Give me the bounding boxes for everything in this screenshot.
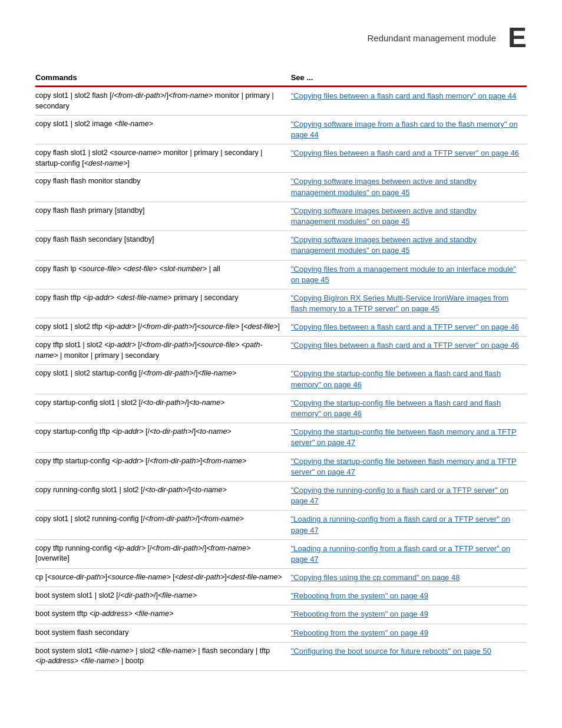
command-cell: copy startup-config tftp <ip-addr> [/<to…: [35, 423, 291, 452]
table-row: copy running-config slot1 | slot2 [/<to-…: [35, 481, 527, 510]
command-cell: copy flash tftp <ip-addr> <dest-file-nam…: [35, 289, 291, 318]
table-row: copy slot1 | slot2 image <file-name>"Cop…: [35, 116, 527, 144]
table-row: boot system flash secondary"Rebooting fr…: [35, 624, 527, 642]
table-row: copy flash lp <source-file> <dest-file> …: [35, 260, 527, 289]
see-cell[interactable]: "Copying software images between active …: [291, 202, 527, 230]
table-row: copy startup-config slot1 | slot2 [/<to-…: [35, 394, 527, 423]
command-cell: copy flash slot1 | slot2 <source-name> m…: [35, 144, 291, 173]
table-row: copy slot1 | slot2 tftp <ip-addr> [/<fro…: [35, 318, 527, 337]
table-row: boot system tftp <ip-address> <file-name…: [35, 605, 527, 624]
see-cell[interactable]: "Copying the startup-config file between…: [291, 423, 527, 452]
table-row: copy slot1 | slot2 startup-config [/<fro…: [35, 365, 527, 394]
table-row: copy tftp slot1 | slot2 <ip-addr> [/<fro…: [35, 337, 527, 365]
see-cell[interactable]: "Configuring the boot source for future …: [291, 642, 527, 670]
table-row: boot system slot1 | slot2 [/<dir-path>/]…: [35, 587, 527, 605]
table-row: cp [<source-dir-path>]<source-file-name>…: [35, 569, 527, 587]
command-cell: boot system slot1 <file-name> | slot2 <f…: [35, 642, 291, 670]
command-cell: copy slot1 | slot2 tftp <ip-addr> [/<fro…: [35, 318, 291, 337]
table-row: copy flash tftp <ip-addr> <dest-file-nam…: [35, 289, 527, 318]
see-cell[interactable]: "Copying the startup-config file between…: [291, 452, 527, 481]
see-cell[interactable]: "Loading a running-config from a flash c…: [291, 539, 527, 568]
see-cell[interactable]: "Copying software image from a flash car…: [291, 116, 527, 144]
see-cell[interactable]: "Copying software images between active …: [291, 231, 527, 260]
command-cell: copy flash lp <source-file> <dest-file> …: [35, 260, 291, 289]
see-cell[interactable]: "Copying software images between active …: [291, 173, 527, 202]
see-cell[interactable]: "Copying files between a flash card and …: [291, 318, 527, 337]
command-cell: copy flash flash primary [standby]: [35, 202, 291, 230]
command-cell: copy tftp running-config <ip-addr> [/<fr…: [35, 539, 291, 568]
command-cell: copy tftp slot1 | slot2 <ip-addr> [/<fro…: [35, 337, 291, 365]
command-cell: copy slot1 | slot2 running-config [/<fro…: [35, 510, 291, 539]
command-cell: copy flash flash secondary [standby]: [35, 231, 291, 260]
header-title: Redundant management module: [368, 33, 496, 43]
command-cell: boot system tftp <ip-address> <file-name…: [35, 605, 291, 624]
command-cell: copy running-config slot1 | slot2 [/<to-…: [35, 481, 291, 510]
command-cell: copy tftp startup-config <ip-addr> [/<fr…: [35, 452, 291, 481]
table-row: copy flash flash primary [standby]"Copyi…: [35, 202, 527, 230]
table-row: copy tftp startup-config <ip-addr> [/<fr…: [35, 452, 527, 481]
table-row: copy flash flash secondary [standby]"Cop…: [35, 231, 527, 260]
command-cell: copy flash flash monitor standby: [35, 173, 291, 202]
table-row: copy slot1 | slot2 running-config [/<fro…: [35, 510, 527, 539]
see-cell[interactable]: "Copying BigIron RX Series Multi-Service…: [291, 289, 527, 318]
col-commands: Commands: [35, 70, 291, 87]
command-cell: boot system flash secondary: [35, 624, 291, 642]
see-cell[interactable]: "Copying the startup-config file between…: [291, 365, 527, 394]
table-row: boot system slot1 <file-name> | slot2 <f…: [35, 642, 527, 670]
see-cell[interactable]: "Copying the running-config to a flash c…: [291, 481, 527, 510]
command-cell: copy slot1 | slot2 image <file-name>: [35, 116, 291, 144]
page-header: Redundant management module E: [35, 24, 527, 52]
see-cell[interactable]: "Copying files using the cp command" on …: [291, 569, 527, 587]
table-row: copy flash flash monitor standby"Copying…: [35, 173, 527, 202]
see-cell[interactable]: "Loading a running-config from a flash c…: [291, 510, 527, 539]
see-cell[interactable]: "Copying the startup-config file between…: [291, 394, 527, 423]
see-cell[interactable]: "Copying files between a flash card and …: [291, 144, 527, 173]
command-cell: copy slot1 | slot2 startup-config [/<fro…: [35, 365, 291, 394]
table-container: Commands See ... copy slot1 | slot2 flas…: [35, 70, 527, 671]
command-cell: copy slot1 | slot2 flash [/<from-dir-pat…: [35, 87, 291, 116]
see-cell[interactable]: "Copying files between a flash card and …: [291, 87, 527, 116]
header-letter: E: [508, 24, 527, 52]
table-row: copy slot1 | slot2 flash [/<from-dir-pat…: [35, 87, 527, 116]
command-cell: copy startup-config slot1 | slot2 [/<to-…: [35, 394, 291, 423]
table-row: copy flash slot1 | slot2 <source-name> m…: [35, 144, 527, 173]
page: Redundant management module E Commands S…: [0, 0, 562, 728]
command-cell: boot system slot1 | slot2 [/<dir-path>/]…: [35, 587, 291, 605]
table-row: copy startup-config tftp <ip-addr> [/<to…: [35, 423, 527, 452]
see-cell[interactable]: "Rebooting from the system" on page 49: [291, 587, 527, 605]
see-cell[interactable]: "Rebooting from the system" on page 49: [291, 605, 527, 624]
see-cell[interactable]: "Rebooting from the system" on page 49: [291, 624, 527, 642]
command-cell: cp [<source-dir-path>]<source-file-name>…: [35, 569, 291, 587]
table-row: copy tftp running-config <ip-addr> [/<fr…: [35, 539, 527, 568]
table-header-row: Commands See ...: [35, 70, 527, 87]
see-cell[interactable]: "Copying files from a management module …: [291, 260, 527, 289]
see-cell[interactable]: "Copying files between a flash card and …: [291, 337, 527, 365]
commands-table: Commands See ... copy slot1 | slot2 flas…: [35, 70, 527, 671]
col-see: See ...: [291, 70, 527, 87]
